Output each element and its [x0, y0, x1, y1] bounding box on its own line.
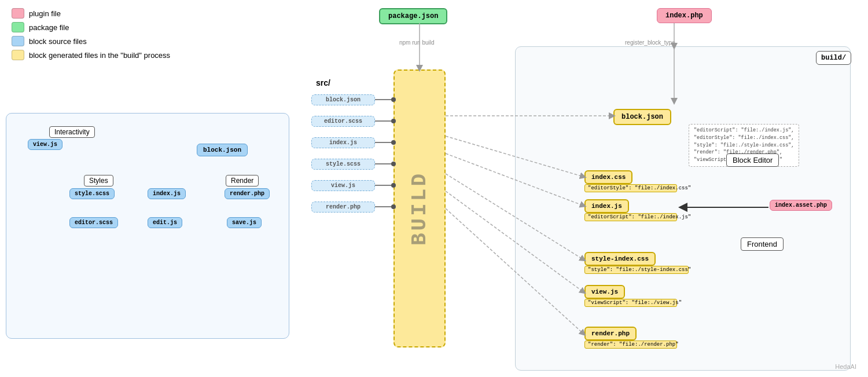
legend-item-source: block source files [12, 36, 170, 46]
package-json: package.json [379, 8, 447, 24]
index-js-code: "editorScript": "file:./index.js" [584, 213, 677, 221]
build-text: BUILD [408, 171, 432, 246]
index-js-build: index.js [584, 199, 629, 213]
index-php: index.php [657, 8, 712, 23]
legend-item-package: package file [12, 22, 170, 32]
index-css-build: index.css [584, 170, 632, 184]
legend-item-plugin: plugin file [12, 8, 170, 19]
register-block-type-label: register_block_type [625, 39, 675, 46]
view-js-left: view.js [28, 139, 62, 150]
view-js-code: "viewScript": "file:./view.js" [584, 299, 677, 307]
frontend-label: Frontend [741, 237, 784, 251]
editor-scss-left: editor.scss [69, 217, 118, 228]
src-view-js: view.js [311, 180, 375, 191]
view-js-build: view.js [584, 285, 625, 299]
legend-color-package [12, 22, 24, 32]
style-index-css-build: style-index.css [584, 252, 656, 266]
src-style-scss: style.scss [311, 159, 375, 170]
legend-color-generated [12, 50, 24, 60]
watermark: HedaAI [835, 363, 856, 370]
style-scss-left: style.scss [69, 188, 115, 199]
legend-item-generated: block generated files in the "build" pro… [12, 50, 170, 60]
src-index-js: index.js [311, 137, 375, 148]
block-json-left: block.json [197, 144, 248, 156]
legend: plugin file package file block source fi… [12, 8, 170, 64]
src-render-php: render.php [311, 202, 375, 213]
style-index-code: "style": "file:./style-index.css" [584, 266, 689, 274]
index-asset-php: index.asset.php [770, 200, 832, 211]
interactivity-label: Interactivity [49, 126, 95, 138]
build-dir-label: build/ [816, 51, 851, 65]
legend-label-source: block source files [29, 37, 87, 46]
legend-color-plugin [12, 8, 24, 19]
index-js-left: index.js [148, 188, 186, 199]
legend-color-source [12, 36, 24, 46]
legend-label-package: package file [29, 23, 69, 32]
index-css-code: "editorStyle": "file:./index.css" [584, 184, 677, 192]
render-php-left: render.php [225, 188, 270, 199]
render-label: Render [226, 175, 259, 186]
edit-js-left: edit.js [148, 217, 182, 228]
render-php-code: "render": "file:./render.php" [584, 341, 677, 349]
src-label: src/ [316, 78, 330, 87]
legend-label-plugin: plugin file [29, 9, 61, 18]
build-box: BUILD [393, 69, 446, 347]
src-editor-scss: editor.scss [311, 116, 375, 127]
save-js-left: save.js [227, 217, 262, 228]
legend-label-generated: block generated files in the "build" pro… [29, 51, 170, 60]
diagram-container: plugin file package file block source fi… [0, 0, 868, 377]
styles-label: Styles [84, 175, 113, 186]
render-php-build: render.php [584, 327, 637, 341]
block-editor-label: Block Editor [726, 153, 779, 167]
npm-run-build-label: npm run build [399, 39, 435, 46]
src-block-json: block.json [311, 94, 375, 105]
block-json-build: block.json [613, 109, 671, 125]
